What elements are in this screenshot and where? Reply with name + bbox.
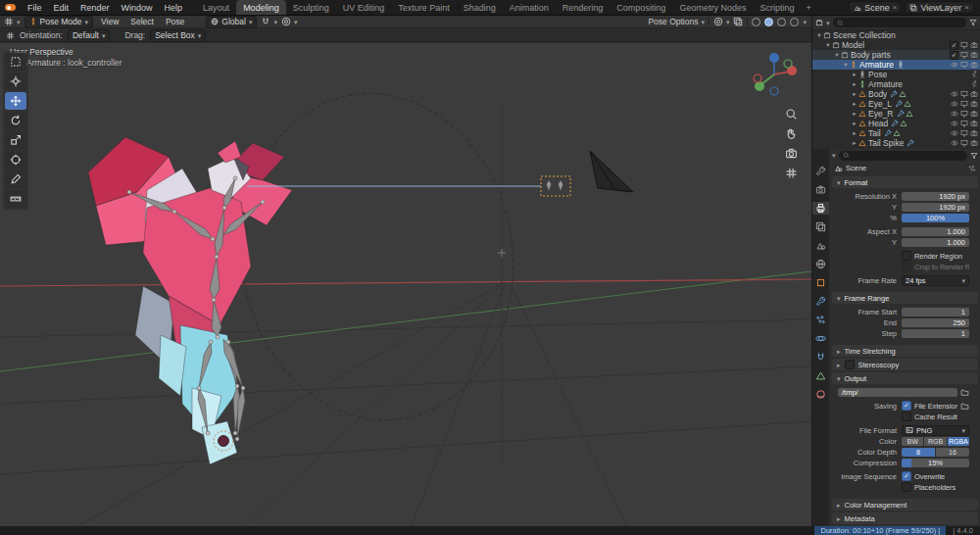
viewport-3d[interactable]: User Perspective (59) Armature : look_co… bbox=[0, 43, 811, 526]
disable-render-icon[interactable] bbox=[970, 61, 978, 69]
outliner-row-pose[interactable]: ▸ Pose bbox=[812, 70, 980, 79]
panel-header-frame-range[interactable]: ▾ Frame Range bbox=[832, 292, 978, 304]
breadcrumb-scene[interactable]: Scene bbox=[846, 164, 866, 172]
hide-icon[interactable] bbox=[951, 61, 958, 69]
tab-layout[interactable]: Layout bbox=[196, 0, 236, 15]
stereoscopy-checkbox[interactable] bbox=[845, 360, 855, 369]
render-region-checkbox[interactable] bbox=[902, 251, 911, 261]
tab-output[interactable] bbox=[812, 202, 829, 215]
resolution-y-field[interactable]: 1920 px bbox=[902, 203, 969, 212]
outliner-row-model[interactable]: ▾ Model ✓ bbox=[812, 40, 980, 50]
tab-render[interactable] bbox=[812, 183, 829, 196]
disable-render-icon[interactable] bbox=[970, 41, 978, 49]
tab-rendering[interactable]: Rendering bbox=[556, 0, 611, 15]
disable-viewport-icon[interactable] bbox=[960, 41, 968, 49]
hide-icon[interactable] bbox=[951, 129, 958, 137]
outliner-search-input[interactable] bbox=[833, 18, 966, 27]
rotate-tool[interactable] bbox=[5, 112, 26, 129]
pan-hand-icon[interactable] bbox=[785, 127, 798, 140]
overwrite-checkbox[interactable]: ✓ bbox=[902, 471, 911, 481]
disclosure-icon[interactable]: ▾ bbox=[833, 51, 841, 59]
xray-toggle[interactable] bbox=[733, 17, 743, 26]
outliner-row-armature-data[interactable]: ▸ Armature bbox=[812, 79, 980, 89]
hide-icon[interactable] bbox=[951, 139, 958, 147]
disable-viewport-icon[interactable] bbox=[960, 61, 968, 69]
color-bw-option[interactable]: BW bbox=[902, 437, 923, 446]
shading-solid-button[interactable] bbox=[764, 18, 773, 26]
disable-viewport-icon[interactable] bbox=[960, 90, 968, 98]
outliner-row-tail[interactable]: ▸ Tail bbox=[812, 128, 980, 138]
file-extensions-checkbox[interactable]: ✓ bbox=[902, 401, 911, 411]
outliner-row-tail-spike[interactable]: ▸ Tail Spike bbox=[812, 138, 980, 148]
exclude-checkbox[interactable]: ✓ bbox=[950, 41, 958, 50]
tab-particles[interactable] bbox=[812, 314, 829, 326]
shading-material-button[interactable] bbox=[777, 18, 786, 26]
panel-header-format[interactable]: ▾ Format bbox=[832, 176, 978, 188]
disclosure-icon[interactable]: ▸ bbox=[851, 80, 858, 88]
annotate-tool[interactable] bbox=[5, 170, 26, 188]
disable-render-icon[interactable] bbox=[970, 90, 978, 98]
tab-view-layer[interactable] bbox=[812, 220, 829, 233]
properties-search-input[interactable] bbox=[839, 151, 967, 161]
panel-metadata[interactable]: ▸ Metadata bbox=[832, 512, 978, 524]
scene-selector[interactable]: Scene × bbox=[849, 1, 902, 14]
menu-pose[interactable]: Pose bbox=[162, 17, 188, 26]
camera-view-icon[interactable] bbox=[785, 147, 798, 160]
tab-animation[interactable]: Animation bbox=[503, 0, 556, 15]
disclosure-icon[interactable]: ▾ bbox=[824, 41, 832, 49]
exclude-checkbox[interactable]: ✓ bbox=[950, 51, 958, 60]
disable-viewport-icon[interactable] bbox=[960, 129, 968, 137]
resolution-x-field[interactable]: 1920 px bbox=[902, 192, 969, 201]
disable-viewport-icon[interactable] bbox=[960, 120, 968, 127]
panel-time-stretching[interactable]: ▸ Time Stretching bbox=[832, 345, 978, 357]
hide-icon[interactable] bbox=[951, 100, 958, 108]
menu-file[interactable]: File bbox=[22, 3, 48, 13]
tab-modeling[interactable]: Modeling bbox=[236, 0, 286, 15]
panel-header-output[interactable]: ▾ Output bbox=[832, 372, 978, 384]
toggle-ortho-icon[interactable] bbox=[785, 167, 798, 179]
filter-icon[interactable] bbox=[970, 152, 978, 160]
hide-icon[interactable] bbox=[951, 110, 958, 118]
disable-render-icon[interactable] bbox=[970, 51, 978, 59]
resolution-pct-slider[interactable]: 100% bbox=[902, 214, 969, 222]
remove-view-layer-icon[interactable]: × bbox=[964, 4, 969, 12]
animation-icon[interactable] bbox=[970, 80, 978, 88]
browse-folder-icon[interactable] bbox=[960, 388, 969, 397]
hide-icon[interactable] bbox=[951, 120, 958, 127]
snap-toggle[interactable]: ▾ bbox=[261, 17, 277, 26]
outliner-row-body[interactable]: ▸ Body bbox=[812, 89, 980, 99]
menu-select[interactable]: Select bbox=[126, 17, 158, 26]
disable-viewport-icon[interactable] bbox=[960, 110, 968, 118]
tab-object-data[interactable] bbox=[812, 369, 829, 382]
menu-help[interactable]: Help bbox=[159, 3, 189, 13]
outliner-display-mode-icon[interactable] bbox=[815, 19, 823, 26]
tab-object[interactable] bbox=[812, 276, 829, 289]
transform-orientation-dropdown[interactable]: Global ▾ bbox=[206, 16, 257, 28]
cursor-tool[interactable] bbox=[5, 73, 26, 90]
filter-icon[interactable] bbox=[969, 19, 977, 26]
show-overlays-toggle[interactable]: ▾ bbox=[713, 17, 730, 26]
view-layer-selector[interactable]: ViewLayer × bbox=[905, 1, 974, 14]
pose-options-dropdown[interactable]: Pose Options ▾ bbox=[648, 17, 705, 26]
disclosure-icon[interactable]: ▸ bbox=[851, 120, 858, 127]
color-rgba-option[interactable]: RGBA bbox=[948, 437, 969, 446]
compression-slider[interactable]: 15% bbox=[902, 459, 969, 467]
menu-window[interactable]: Window bbox=[116, 3, 159, 13]
aspect-y-field[interactable]: 1.000 bbox=[902, 238, 969, 247]
tab-world[interactable] bbox=[812, 258, 829, 270]
tab-constraints[interactable] bbox=[812, 351, 829, 364]
disable-viewport-icon[interactable] bbox=[960, 100, 968, 108]
disable-viewport-icon[interactable] bbox=[960, 139, 968, 147]
disclosure-icon[interactable]: ▸ bbox=[851, 110, 858, 118]
tab-uv-editing[interactable]: UV Editing bbox=[336, 0, 392, 15]
disclosure-icon[interactable]: ▸ bbox=[851, 90, 858, 98]
file-browser-icon[interactable] bbox=[960, 402, 969, 411]
tab-geometry-nodes[interactable]: Geometry Nodes bbox=[672, 0, 753, 15]
tab-material[interactable] bbox=[812, 388, 829, 401]
hide-icon[interactable] bbox=[951, 90, 958, 98]
disable-render-icon[interactable] bbox=[970, 110, 978, 118]
disable-render-icon[interactable] bbox=[970, 100, 978, 108]
add-workspace-button[interactable]: + bbox=[801, 0, 815, 15]
measure-tool[interactable] bbox=[5, 190, 26, 208]
depth-16-option[interactable]: 16 bbox=[936, 448, 969, 457]
